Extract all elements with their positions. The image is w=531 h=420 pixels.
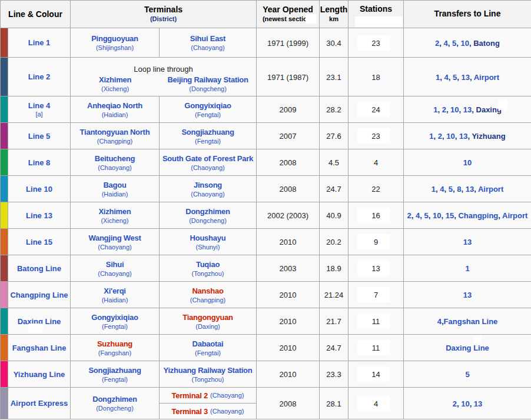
transfer-link[interactable]: 13 xyxy=(463,105,472,114)
line-name-link[interactable]: Yizhuang Line xyxy=(8,370,70,379)
transfer-link[interactable]: 5 xyxy=(424,211,429,220)
station-link[interactable]: Dabaotai xyxy=(160,339,256,348)
transfer-link[interactable]: Airport xyxy=(474,73,499,82)
station-link[interactable]: Yizhuang Railway Station xyxy=(160,366,256,375)
transfer-link[interactable]: 10 xyxy=(461,399,469,408)
station-link[interactable]: Sihui xyxy=(71,260,159,269)
transfer-link[interactable]: 13 xyxy=(463,238,472,246)
district-link[interactable]: (Chaoyang) xyxy=(210,408,244,415)
station-link[interactable]: Sihui East xyxy=(160,34,256,43)
district-link[interactable]: (Chaoyang) xyxy=(210,392,244,399)
station-link[interactable]: Pingguoyuan xyxy=(71,34,159,43)
transfer-link[interactable]: 10 xyxy=(446,132,454,141)
transfer-link[interactable]: Yizhuang xyxy=(472,132,505,141)
district-link[interactable]: (Tongzhou) xyxy=(160,270,256,277)
line-name-link[interactable]: Fangshan Line xyxy=(8,344,70,352)
line-name-link[interactable]: Line 1 xyxy=(8,38,70,47)
station-link[interactable]: Nanshao xyxy=(160,286,256,295)
station-link[interactable]: Tuqiao xyxy=(160,260,256,269)
district-link[interactable]: (Chaoyang) xyxy=(71,270,159,277)
district-link[interactable]: (Dongcheng) xyxy=(160,217,256,224)
district-link[interactable]: (Dongcheng) xyxy=(71,405,159,412)
district-link[interactable]: (Fangshan) xyxy=(71,349,159,356)
transfer-link[interactable]: Batong xyxy=(473,39,500,48)
station-link[interactable]: Tiangongyuan xyxy=(160,313,256,322)
transfer-link[interactable]: 13 xyxy=(459,132,467,141)
transfer-link[interactable]: 4 xyxy=(444,73,449,82)
transfer-link[interactable]: Airport xyxy=(502,211,527,220)
station-link[interactable]: Dongzhimen xyxy=(160,207,256,216)
transfer-link[interactable]: 15 xyxy=(446,211,454,220)
station-link[interactable]: Wangjing West xyxy=(71,234,159,242)
station-link[interactable]: Terminal 2 xyxy=(171,391,208,400)
line-name-link[interactable]: Batong Line xyxy=(8,264,70,273)
station-link[interactable]: South Gate of Forest Park xyxy=(160,154,256,163)
district-link[interactable]: (Fengtai) xyxy=(160,138,256,145)
station-link[interactable]: Houshayu xyxy=(160,234,256,242)
transfer-link[interactable]: 13 xyxy=(466,185,474,194)
district-link[interactable]: (Dongcheng) xyxy=(160,85,256,92)
station-link[interactable]: Gongyixiqiao xyxy=(71,313,159,322)
district-link[interactable]: (Chaoyang) xyxy=(160,164,256,171)
transfer-link[interactable]: 5 xyxy=(465,370,469,379)
line-name-link[interactable]: Line 8 xyxy=(8,158,70,167)
station-link[interactable]: Anheqiao North xyxy=(71,101,159,110)
district-link[interactable]: (Haidian) xyxy=(71,296,159,304)
district-link[interactable]: (Daxing) xyxy=(160,323,256,330)
transfer-link[interactable]: 4 xyxy=(444,39,448,48)
line-footnote-link[interactable]: [a] xyxy=(8,111,70,118)
transfer-link[interactable]: 10 xyxy=(460,39,469,48)
transfer-link[interactable]: 4 xyxy=(437,317,442,326)
station-link[interactable]: Songjiazhuang xyxy=(71,366,159,375)
station-link[interactable]: Beijing Railway Station xyxy=(160,75,256,84)
district-link[interactable]: (Changping) xyxy=(71,138,159,145)
district-link[interactable]: (Chaoyang) xyxy=(160,44,256,51)
station-link[interactable]: Jinsong xyxy=(160,181,256,189)
transfer-link[interactable]: 2 xyxy=(453,399,457,408)
line-name-link[interactable]: Airport Express xyxy=(8,399,70,408)
transfer-link[interactable]: 2 xyxy=(442,105,446,114)
transfer-link[interactable]: Fangshan Line xyxy=(444,317,498,326)
transfer-link[interactable]: 4 xyxy=(440,185,444,194)
station-link[interactable]: Bagou xyxy=(71,181,159,189)
district-link[interactable]: (Tongzhou) xyxy=(160,376,256,383)
district-link[interactable]: (Fengtai) xyxy=(71,376,159,383)
district-link[interactable]: (Shunyi) xyxy=(160,244,256,251)
transfer-link[interactable]: 5 xyxy=(449,185,453,194)
transfer-link[interactable]: 2 xyxy=(407,211,411,220)
transfer-link[interactable]: 13 xyxy=(463,291,472,299)
district-link[interactable]: (Fengtai) xyxy=(160,349,256,356)
station-link[interactable]: Terminal 3 xyxy=(171,407,208,416)
transfer-link[interactable]: 10 xyxy=(463,158,472,167)
district-link[interactable]: (Haidian) xyxy=(71,111,159,118)
station-link[interactable]: Xi'erqi xyxy=(71,286,159,295)
line-name-link[interactable]: Line 13 xyxy=(8,211,70,220)
line-name-link[interactable]: Line 2 xyxy=(8,72,70,81)
district-link[interactable]: (Fengtai) xyxy=(160,111,256,118)
line-name-link[interactable]: Line 10 xyxy=(8,185,70,194)
district-link[interactable]: (Chaoyang) xyxy=(160,191,256,198)
transfer-link[interactable]: 13 xyxy=(474,399,482,408)
line-name-link[interactable]: Line 4 xyxy=(8,101,70,110)
station-link[interactable]: Xizhimen xyxy=(71,75,160,84)
transfer-link[interactable]: 1 xyxy=(432,185,436,194)
transfer-link[interactable]: 1 xyxy=(429,132,433,141)
district-link[interactable]: (Haidian) xyxy=(71,191,159,198)
district-link[interactable]: (Fengtai) xyxy=(71,323,159,330)
station-link[interactable]: Suzhuang xyxy=(71,339,159,348)
transfer-link[interactable]: 10 xyxy=(433,211,441,220)
station-link[interactable]: Beitucheng xyxy=(71,154,159,163)
transfer-link[interactable]: Airport xyxy=(478,185,503,194)
line-name-link[interactable]: Line 15 xyxy=(8,238,70,246)
line-name-link[interactable]: Changping Line xyxy=(8,291,70,299)
station-link[interactable]: Gongyixiqiao xyxy=(160,101,256,110)
district-link[interactable]: (Xicheng) xyxy=(71,217,159,224)
transfer-link[interactable]: Daxing Line xyxy=(446,344,489,352)
transfer-link[interactable]: 10 xyxy=(450,105,459,114)
transfer-link[interactable]: 1 xyxy=(465,264,469,273)
station-link[interactable]: Xizhimen xyxy=(71,207,159,216)
district-link[interactable]: (Changping) xyxy=(160,296,256,304)
district-link[interactable]: (Xicheng) xyxy=(71,85,160,92)
station-link[interactable]: Dongzhimen xyxy=(71,395,159,404)
transfer-link[interactable]: 13 xyxy=(461,73,469,82)
